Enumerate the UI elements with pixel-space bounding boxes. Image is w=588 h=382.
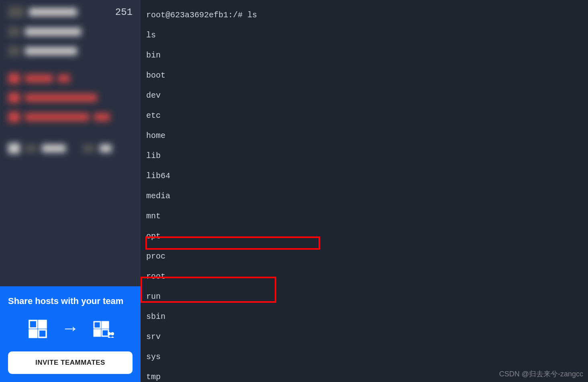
sidebar-host-list: 251 <box>0 0 141 286</box>
terminal-line: boot <box>146 70 582 80</box>
grid-icon <box>27 318 49 340</box>
host-list-item[interactable] <box>8 43 133 59</box>
grid-team-icon <box>92 318 114 340</box>
host-list-item[interactable] <box>8 141 133 156</box>
host-list-item[interactable] <box>8 90 133 105</box>
svg-point-9 <box>111 332 114 335</box>
svg-rect-0 <box>29 320 37 328</box>
host-list-item[interactable] <box>8 24 133 39</box>
svg-rect-2 <box>29 330 37 337</box>
arrow-right-icon: → <box>65 319 76 339</box>
share-hosts-promo: Share hosts with your team → <box>0 286 141 382</box>
terminal-line: dev <box>146 90 582 101</box>
terminal-output[interactable]: root@623a3692efb1:/# ls ls bin boot dev … <box>141 0 588 382</box>
terminal-line: root <box>146 271 582 281</box>
svg-rect-6 <box>94 330 100 336</box>
terminal-line: etc <box>146 111 582 121</box>
terminal-line: lib <box>146 151 582 161</box>
host-list-item[interactable]: 251 <box>8 4 133 20</box>
terminal-line: media <box>146 191 582 201</box>
terminal-line: ls <box>146 30 582 40</box>
terminal-line: opt <box>146 231 582 241</box>
svg-rect-1 <box>39 320 46 328</box>
terminal-line: lib64 <box>146 171 582 181</box>
terminal-line: bin <box>146 50 582 60</box>
terminal-line: root@623a3692efb1:/# ls <box>146 10 582 20</box>
terminal-line: proc <box>146 251 582 261</box>
svg-rect-7 <box>102 330 108 336</box>
terminal-line: sbin <box>146 312 582 322</box>
host-list-item[interactable] <box>8 109 133 125</box>
terminal-line: run <box>146 292 582 302</box>
promo-icons-row: → <box>8 318 133 340</box>
terminal-line: srv <box>146 332 582 342</box>
promo-title: Share hosts with your team <box>8 296 133 306</box>
svg-rect-3 <box>39 330 46 337</box>
terminal-line: mnt <box>146 211 582 221</box>
invite-teammates-button[interactable]: INVITE TEAMMATES <box>8 351 133 374</box>
host-count: 251 <box>115 7 133 18</box>
svg-point-8 <box>108 332 111 335</box>
svg-rect-5 <box>102 322 108 328</box>
sidebar: 251 <box>0 0 141 382</box>
host-list-item[interactable] <box>8 71 133 86</box>
terminal-line: tmp <box>146 372 582 382</box>
svg-rect-4 <box>94 322 100 328</box>
terminal-line: home <box>146 131 582 141</box>
terminal-line: sys <box>146 352 582 362</box>
